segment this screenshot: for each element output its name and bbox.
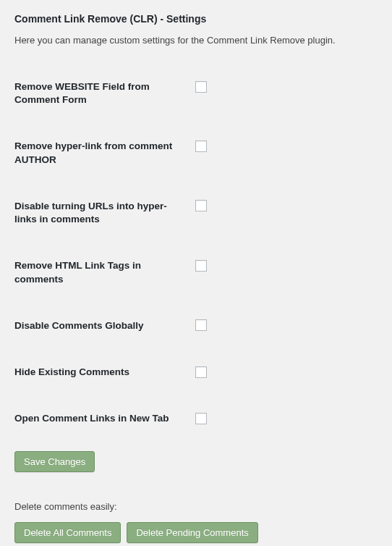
setting-row: Disable Comments Globally: [14, 306, 378, 353]
save-changes-button[interactable]: Save Changes: [14, 451, 95, 472]
remove-website-checkbox[interactable]: [195, 81, 207, 93]
setting-row: Open Comment Links in New Tab: [14, 399, 378, 445]
setting-label: Disable Comments Globally: [14, 306, 195, 353]
disable-url-links-checkbox[interactable]: [195, 200, 207, 211]
setting-label: Remove hyper-link from comment AUTHOR: [14, 127, 195, 186]
submit-area: Save Changes: [14, 451, 378, 472]
setting-row: Remove HTML Link Tags in comments: [14, 246, 378, 306]
setting-label: Remove WEBSITE Field from Comment Form: [14, 67, 195, 127]
settings-table: Remove WEBSITE Field from Comment Form R…: [14, 67, 378, 445]
delete-pending-comments-button[interactable]: Delete Pending Comments: [127, 522, 257, 543]
page-title: Comment Link Remove (CLR) - Settings: [14, 13, 378, 25]
delete-all-comments-button[interactable]: Delete All Comments: [14, 522, 121, 543]
setting-row: Remove WEBSITE Field from Comment Form: [14, 67, 378, 127]
setting-label: Remove HTML Link Tags in comments: [14, 246, 195, 306]
disable-comments-globally-checkbox[interactable]: [195, 319, 207, 331]
page-description: Here you can manage custom settings for …: [14, 35, 378, 46]
setting-row: Hide Existing Comments: [14, 353, 378, 399]
open-links-new-tab-checkbox[interactable]: [195, 413, 207, 424]
hide-existing-comments-checkbox[interactable]: [195, 366, 207, 378]
delete-section-label: Delete comments easily:: [14, 501, 378, 512]
setting-label: Disable turning URLs into hyper-links in…: [14, 187, 195, 246]
remove-author-link-checkbox[interactable]: [195, 140, 207, 152]
setting-row: Remove hyper-link from comment AUTHOR: [14, 127, 378, 186]
setting-label: Open Comment Links in New Tab: [14, 399, 195, 445]
delete-button-row: Delete All Comments Delete Pending Comme…: [14, 522, 378, 546]
setting-label: Hide Existing Comments: [14, 353, 195, 399]
remove-html-tags-checkbox[interactable]: [195, 260, 207, 272]
setting-row: Disable turning URLs into hyper-links in…: [14, 187, 378, 246]
